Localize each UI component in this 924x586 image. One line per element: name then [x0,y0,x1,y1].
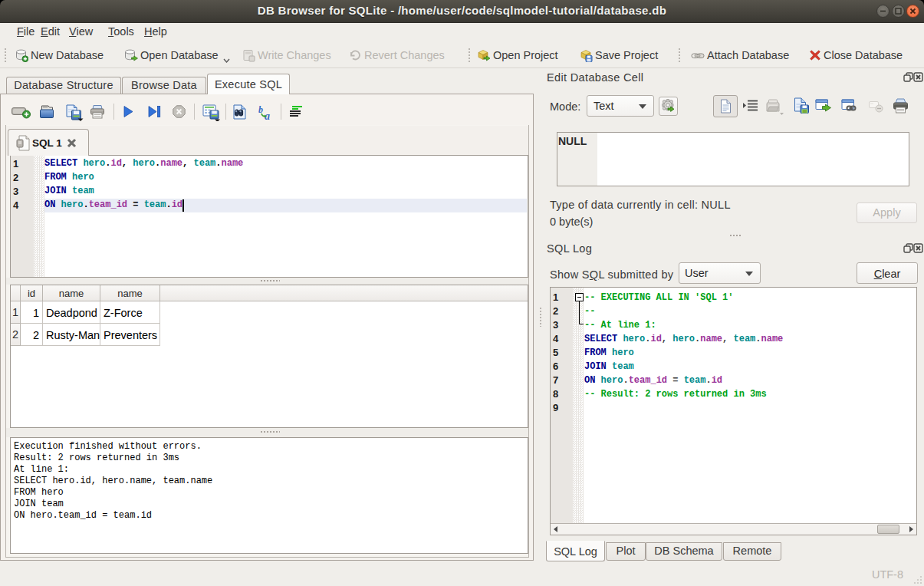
svg-text:b: b [258,104,263,115]
